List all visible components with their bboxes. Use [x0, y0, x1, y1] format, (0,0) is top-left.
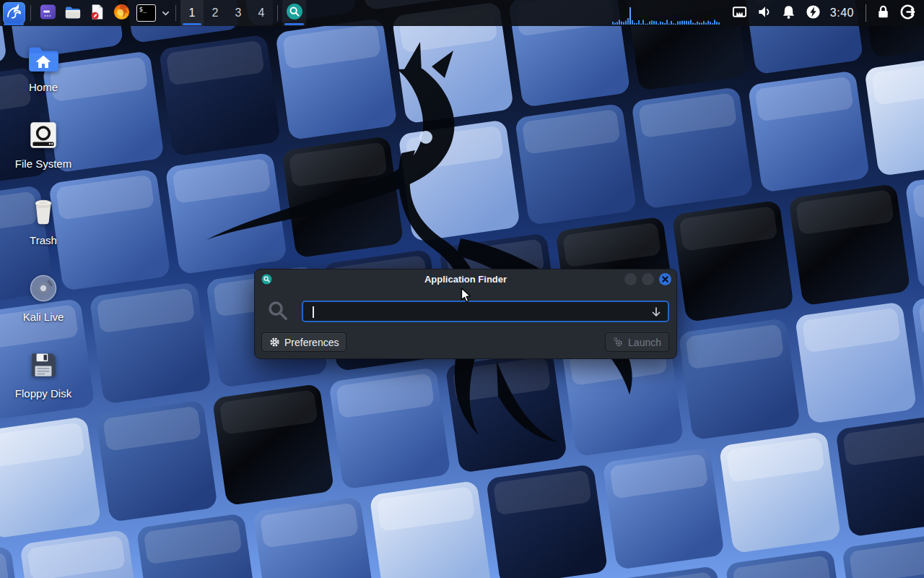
dialog-title: Application Finder — [255, 274, 676, 285]
desktop-icon-label: File System — [15, 158, 71, 170]
panel-separator — [277, 5, 278, 21]
kali-live-disc-icon — [25, 270, 61, 306]
launcher-group: $_ — [35, 0, 171, 26]
desktop-icon-label: Kali Live — [23, 311, 64, 323]
screen-lock-icon — [875, 4, 892, 23]
desktop-icon-file-system[interactable]: File System — [6, 117, 81, 170]
filesystem-drive-icon — [25, 117, 61, 153]
network-ethernet-icon — [731, 4, 748, 23]
workspace-number: 2 — [212, 7, 219, 20]
minimize-button[interactable] — [624, 273, 637, 285]
launcher-terminal[interactable]: $_ — [134, 0, 158, 26]
terminal-dropdown-chevron[interactable] — [160, 0, 171, 26]
workspace-2[interactable]: 2 — [204, 0, 227, 26]
workspace-active-underline — [183, 23, 201, 25]
appfinder-running-button[interactable] — [282, 0, 306, 26]
maximize-button[interactable] — [642, 273, 654, 285]
network-tray-button[interactable] — [728, 0, 752, 26]
logout-button[interactable] — [895, 0, 920, 26]
text-editor-icon — [88, 3, 106, 24]
close-icon — [661, 273, 669, 286]
panel-separator — [175, 5, 176, 21]
panel-separator — [30, 5, 31, 21]
notifications-bell-icon — [780, 4, 797, 23]
appfinder-teal-icon — [261, 274, 272, 285]
workspace-switcher: 1234 — [180, 0, 273, 26]
desktop-icon-label: Trash — [30, 234, 57, 246]
mouse-cursor — [461, 288, 472, 303]
preferences-button[interactable]: Preferences — [261, 332, 346, 352]
top-panel: $_ 1234 — [0, 0, 924, 26]
text-caret — [313, 306, 314, 318]
menu-active-underline — [4, 23, 24, 25]
close-button[interactable] — [659, 273, 671, 285]
power-manager-tray-button[interactable] — [801, 0, 826, 26]
logout-icon — [899, 4, 916, 23]
purple-window-app-icon — [39, 3, 57, 24]
desktop-icon-trash[interactable]: Trash — [6, 194, 81, 246]
screen-lock-button[interactable] — [871, 0, 895, 26]
volume-tray-button[interactable] — [752, 0, 777, 26]
appfinder-running-underline — [284, 23, 304, 25]
workspace-number: 4 — [258, 7, 265, 20]
desktop-icon-kali-live[interactable]: Kali Live — [6, 270, 81, 323]
power-manager-icon — [805, 4, 821, 23]
desktop-icon-home[interactable]: Home — [6, 40, 81, 93]
panel-separator — [866, 4, 866, 22]
search-input[interactable] — [302, 301, 669, 322]
cpu-history-graph[interactable] — [611, 0, 720, 26]
launcher-text-editor[interactable] — [84, 0, 109, 26]
gear-icon — [269, 337, 280, 348]
dropdown-arrow-icon[interactable] — [650, 306, 663, 319]
workspace-number: 3 — [235, 7, 242, 20]
launcher-firefox[interactable] — [109, 0, 134, 26]
workspace-number: 1 — [189, 7, 196, 20]
trash-bin-icon — [25, 194, 61, 230]
preferences-label: Preferences — [284, 337, 339, 348]
notifications-tray-button[interactable] — [777, 0, 801, 26]
firefox-icon — [113, 3, 131, 24]
launch-label: Launch — [628, 337, 661, 348]
desktop-icon-floppy-disk[interactable]: Floppy Disk — [6, 347, 81, 400]
launch-button[interactable]: Launch — [605, 332, 669, 352]
applications-menu-button[interactable] — [1, 0, 26, 26]
launcher-purple-window-app[interactable] — [35, 0, 60, 26]
desktop-icon-label: Floppy Disk — [15, 387, 71, 400]
volume-speaker-icon — [756, 4, 772, 23]
terminal-icon: $_ — [136, 4, 156, 22]
desktop-icon-label: Home — [29, 81, 58, 93]
search-icon — [266, 299, 290, 323]
home-folder-icon — [25, 40, 61, 77]
workspace-4[interactable]: 4 — [250, 0, 273, 26]
panel-clock[interactable]: 3:40 — [826, 0, 861, 26]
appfinder-search-icon — [285, 2, 304, 24]
desktop-icon-column: Home File System Trash Kali Live Floppy … — [6, 40, 84, 423]
floppy-disk-icon — [25, 347, 61, 383]
application-finder-window: Application Finder — [254, 269, 677, 359]
kali-menu-icon — [5, 3, 22, 23]
kali-desktop: Home File System Trash Kali Live Floppy … — [0, 0, 924, 578]
dialog-titlebar[interactable]: Application Finder — [255, 269, 676, 289]
launch-gear-icon — [613, 337, 624, 348]
workspace-1[interactable]: 1 — [180, 0, 204, 26]
workspace-3[interactable]: 3 — [227, 0, 250, 26]
file-manager-icon — [64, 3, 82, 24]
launcher-file-manager[interactable] — [60, 0, 84, 26]
